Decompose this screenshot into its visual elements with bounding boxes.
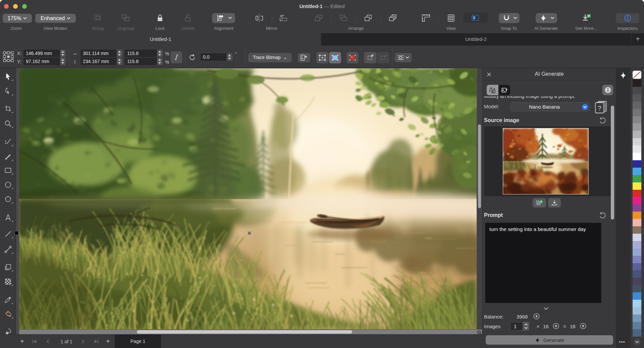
svg-text:?: ? xyxy=(598,105,601,112)
